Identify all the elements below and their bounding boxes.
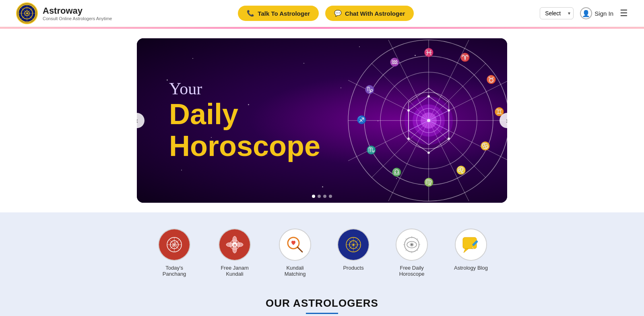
svg-text:♉: ♉	[486, 75, 496, 84]
header-center: 📞 Talk To Astrologer 💬 Chat With Astrolo…	[112, 6, 540, 21]
panchang-icon: ॐ	[159, 229, 190, 260]
talk-astrologer-button[interactable]: 📞 Talk To Astrologer	[238, 6, 319, 21]
svg-line-85	[406, 239, 407, 240]
svg-text:♓: ♓	[424, 48, 434, 57]
service-horoscope[interactable]: Free Daily Horoscope	[394, 229, 430, 277]
svg-text:✦: ✦	[25, 11, 29, 16]
service-kundali[interactable]: ✿ Free Janam Kundali	[217, 229, 253, 277]
service-panchang[interactable]: ॐ Today's Panchang	[156, 229, 192, 277]
astrologers-underline	[306, 313, 338, 314]
svg-point-91	[411, 244, 413, 246]
dot-3[interactable]	[323, 195, 326, 198]
logo-area[interactable]: ✦ Astroway Consult Online Astrologers An…	[16, 2, 112, 24]
svg-point-52	[407, 137, 410, 140]
banner-line2: Daily	[169, 98, 320, 130]
products-icon: ✦	[338, 229, 369, 260]
svg-text:♐: ♐	[357, 115, 367, 125]
phone-icon: 📞	[247, 10, 254, 17]
svg-line-87	[406, 249, 407, 251]
svg-point-53	[407, 109, 410, 112]
services-section: ॐ Today's Panchang	[0, 212, 644, 289]
blog-label: Astrology Blog	[454, 265, 488, 271]
products-label: Products	[343, 265, 363, 271]
kundali-label: Free Janam Kundali	[217, 265, 253, 277]
svg-text:♒: ♒	[390, 57, 400, 67]
svg-text:♈: ♈	[460, 52, 470, 62]
svg-marker-93	[464, 249, 469, 253]
svg-line-86	[417, 249, 418, 251]
horoscope-label: Free Daily Horoscope	[394, 265, 430, 277]
banner-text: Your Daily Horoscope	[169, 79, 320, 162]
dot-1[interactable]	[312, 195, 315, 198]
logo-icon: ✦	[16, 2, 38, 24]
banner-inner: Your Daily Horoscope	[137, 38, 507, 203]
header: ✦ Astroway Consult Online Astrologers An…	[0, 0, 644, 27]
language-select[interactable]: Select English Hindi	[540, 7, 574, 19]
header-right: Select English Hindi 👤 Sign In ☰	[540, 7, 628, 19]
svg-text:✿: ✿	[233, 243, 236, 247]
svg-text:♑: ♑	[365, 85, 375, 94]
site-subtitle: Consult Online Astrologers Anytime	[43, 16, 112, 21]
matching-icon-circle	[279, 229, 311, 261]
service-products[interactable]: ✦ Products	[337, 229, 369, 277]
horoscope-icon	[396, 229, 427, 260]
chat-icon: 💬	[334, 10, 342, 17]
horoscope-icon-circle	[396, 229, 428, 261]
matching-label: Kundali Matching	[277, 265, 313, 277]
sign-in-area[interactable]: 👤 Sign In	[580, 7, 613, 19]
svg-text:♎: ♎	[392, 167, 402, 177]
dot-4[interactable]	[329, 195, 332, 198]
user-icon: 👤	[580, 7, 592, 19]
astrologers-section: OUR ASTROLOGERS Get in touch with the be…	[0, 289, 644, 316]
service-blog[interactable]: Astrology Blog	[454, 229, 488, 277]
svg-text:♏: ♏	[366, 145, 376, 155]
service-matching[interactable]: Kundali Matching	[277, 229, 313, 277]
banner-line1: Your	[169, 79, 320, 98]
chat-astrologer-button[interactable]: 💬 Chat With Astrologer	[325, 6, 414, 21]
matching-icon	[280, 229, 310, 260]
svg-line-71	[297, 247, 302, 252]
svg-point-48	[427, 95, 430, 98]
blog-icon-circle	[455, 229, 487, 261]
svg-line-88	[417, 239, 418, 240]
chat-button-label: Chat With Astrologer	[345, 10, 405, 17]
svg-point-49	[448, 109, 450, 112]
site-title: Astroway	[43, 6, 112, 16]
products-icon-circle: ✦	[337, 229, 369, 261]
services-grid: ॐ Today's Panchang	[0, 225, 644, 281]
svg-point-50	[448, 137, 450, 140]
dot-2[interactable]	[318, 195, 321, 198]
svg-text:♌: ♌	[456, 165, 466, 175]
hero-banner: Your Daily Horoscope	[137, 38, 507, 203]
panchang-label: Today's Panchang	[156, 265, 192, 277]
banner-dots	[312, 195, 332, 198]
banner-line3: Horoscope	[169, 130, 320, 162]
astrologers-title: OUR ASTROLOGERS	[0, 297, 644, 310]
language-select-wrap[interactable]: Select English Hindi	[540, 7, 574, 19]
logo-text: Astroway Consult Online Astrologers Anyt…	[43, 6, 112, 21]
kundali-icon: ✿	[219, 229, 250, 260]
kundali-icon-circle: ✿	[219, 229, 251, 261]
sign-in-label: Sign In	[594, 10, 613, 17]
svg-text:♍: ♍	[424, 177, 434, 187]
banner-prev-button[interactable]: ‹	[137, 113, 144, 128]
panchang-icon-circle: ॐ	[158, 229, 190, 261]
blog-icon	[456, 229, 486, 260]
svg-point-47	[427, 119, 430, 122]
talk-button-label: Talk To Astrologer	[258, 10, 310, 17]
svg-point-51	[427, 152, 430, 154]
zodiac-wheel: ♈ ♉ ♊ ♋ ♌ ♍ ♎ ♏	[342, 38, 507, 203]
svg-text:♋: ♋	[480, 141, 490, 151]
hamburger-menu-icon[interactable]: ☰	[620, 8, 628, 19]
